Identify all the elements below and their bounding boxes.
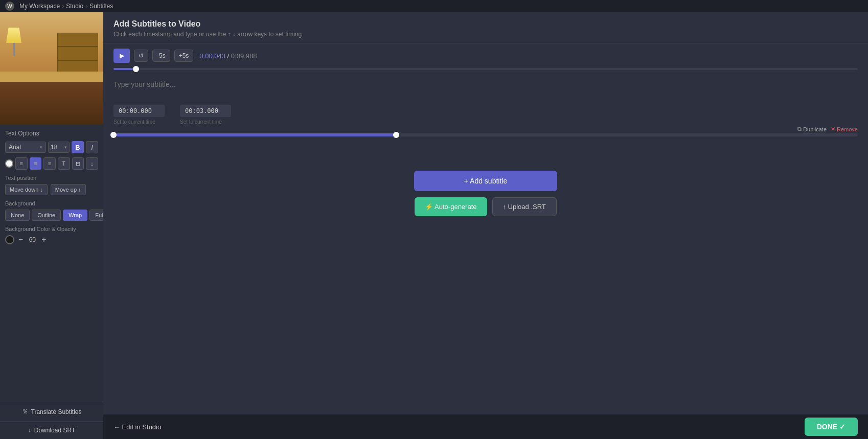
- bg-full-button[interactable]: Full: [89, 210, 103, 221]
- timestamp-row: Set to current time Set to current time: [113, 105, 858, 125]
- progress-thumb[interactable]: [133, 66, 139, 72]
- text-position-label: Text position: [5, 175, 98, 181]
- video-controls: ▶ ↺ -5s +5s 0:00.043 / 0:09.988: [103, 43, 868, 68]
- translate-subtitles-button[interactable]: ％ Translate Subtitles: [0, 402, 103, 421]
- start-time-input[interactable]: [113, 105, 165, 117]
- logo-icon: W: [5, 2, 14, 11]
- timeline-left-thumb[interactable]: [110, 132, 117, 138]
- progress-container: [103, 68, 868, 70]
- move-down-button[interactable]: Move down ↓: [5, 184, 48, 195]
- center-buttons: + Add subtitle ⚡ Auto-generate ↑ Upload …: [113, 171, 858, 216]
- translate-label: Translate Subtitles: [31, 408, 82, 415]
- timeline-fill: [113, 133, 396, 136]
- end-timestamp-group: Set to current time: [180, 105, 231, 125]
- align-middle[interactable]: ⊟: [72, 157, 84, 170]
- bold-button[interactable]: B: [72, 141, 84, 153]
- play-button[interactable]: ▶: [113, 49, 130, 63]
- remove-action[interactable]: ✕ Remove: [831, 126, 858, 132]
- start-timestamp-group: Set to current time: [113, 105, 165, 125]
- italic-button[interactable]: I: [86, 141, 98, 153]
- bg-wrap-button[interactable]: Wrap: [63, 210, 87, 221]
- font-row: Arial ▾ 18 ▾ B I: [5, 141, 98, 153]
- main-layout: Text Options Arial ▾ 18 ▾ B I ≡ ≡ ≡: [0, 12, 868, 439]
- breadcrumb: My Workspace › Studio › Subtitles: [19, 3, 113, 10]
- align-left-justify[interactable]: ≡: [15, 157, 28, 170]
- breadcrumb-studio[interactable]: Studio: [66, 3, 83, 10]
- edit-in-studio-button[interactable]: ← Edit in Studio: [113, 423, 161, 431]
- sidebar: Text Options Arial ▾ 18 ▾ B I ≡ ≡ ≡: [0, 12, 103, 439]
- opacity-decrease[interactable]: −: [17, 235, 24, 244]
- top-bar: W My Workspace › Studio › Subtitles: [0, 0, 868, 12]
- download-label: Download SRT: [34, 427, 75, 434]
- bg-none-button[interactable]: None: [5, 210, 30, 221]
- video-thumbnail: [0, 12, 103, 125]
- current-time: 0:00.043: [199, 52, 225, 60]
- content-header: Add Subtitles to Video Click each timest…: [103, 12, 868, 43]
- progress-track[interactable]: [113, 68, 858, 70]
- add-subtitle-button[interactable]: + Add subtitle: [414, 171, 557, 191]
- opacity-increase[interactable]: +: [40, 235, 47, 244]
- forward-button[interactable]: +5s: [174, 50, 194, 62]
- bottom-bar: ← Edit in Studio DONE ✓: [103, 414, 868, 439]
- download-srt-button[interactable]: ↓ Download SRT: [0, 421, 103, 439]
- background-options: None Outline Wrap Full: [5, 210, 98, 221]
- font-size-select[interactable]: 18 ▾: [48, 142, 70, 153]
- end-time-input[interactable]: [180, 105, 231, 117]
- background-label: Background: [5, 200, 98, 206]
- upload-srt-button[interactable]: ↑ Upload .SRT: [492, 197, 557, 216]
- text-position-row: Move down ↓ Move up ↑: [5, 184, 98, 195]
- start-time-label: Set to current time: [113, 119, 165, 125]
- align-right[interactable]: ≡: [43, 157, 56, 170]
- timeline-actions: ⧉ Duplicate ✕ Remove: [797, 126, 858, 132]
- rewind-button[interactable]: -5s: [152, 50, 170, 62]
- subtitle-text-input[interactable]: [113, 72, 858, 105]
- breadcrumb-subtitles: Subtitles: [89, 3, 113, 10]
- align-bottom[interactable]: ↓: [86, 157, 98, 170]
- page-subtitle: Click each timestamp and type or use the…: [113, 31, 858, 38]
- subtitle-editor: Set to current time Set to current time …: [103, 72, 868, 414]
- timeline-track[interactable]: [113, 133, 858, 136]
- page-title: Add Subtitles to Video: [113, 19, 858, 29]
- font-family-select[interactable]: Arial ▾: [5, 142, 46, 153]
- alignment-row: ≡ ≡ ≡ T ⊟ ↓: [5, 157, 98, 170]
- time-display: 0:00.043 / 0:09.988: [199, 52, 257, 60]
- duplicate-action[interactable]: ⧉ Duplicate: [797, 126, 827, 132]
- align-center[interactable]: ≡: [30, 157, 42, 170]
- text-color-picker[interactable]: [5, 159, 13, 168]
- reset-button[interactable]: ↺: [134, 50, 148, 62]
- bg-outline-button[interactable]: Outline: [32, 210, 61, 221]
- total-time: 0:09.988: [231, 52, 257, 60]
- bg-color-label: Background Color & Opacity: [5, 226, 98, 232]
- end-time-label: Set to current time: [180, 119, 231, 125]
- opacity-value: 60: [27, 236, 37, 243]
- translate-icon: ％: [22, 407, 28, 416]
- text-options-label: Text Options: [5, 130, 98, 137]
- auto-generate-button[interactable]: ⚡ Auto-generate: [415, 197, 487, 216]
- bg-color-row: − 60 +: [5, 235, 98, 244]
- sidebar-options: Text Options Arial ▾ 18 ▾ B I ≡ ≡ ≡: [0, 125, 103, 402]
- done-button[interactable]: DONE ✓: [805, 418, 858, 436]
- download-icon: ↓: [28, 427, 31, 434]
- align-top[interactable]: T: [58, 157, 70, 170]
- move-up-button[interactable]: Move up ↑: [51, 184, 86, 195]
- content-area: Add Subtitles to Video Click each timest…: [103, 12, 868, 439]
- breadcrumb-workspace[interactable]: My Workspace: [19, 3, 60, 10]
- timeline-right-thumb[interactable]: [393, 132, 399, 138]
- bg-color-picker[interactable]: [5, 235, 14, 244]
- subtitle-timeline: ⧉ Duplicate ✕ Remove: [113, 130, 858, 140]
- action-row: ⚡ Auto-generate ↑ Upload .SRT: [415, 197, 557, 216]
